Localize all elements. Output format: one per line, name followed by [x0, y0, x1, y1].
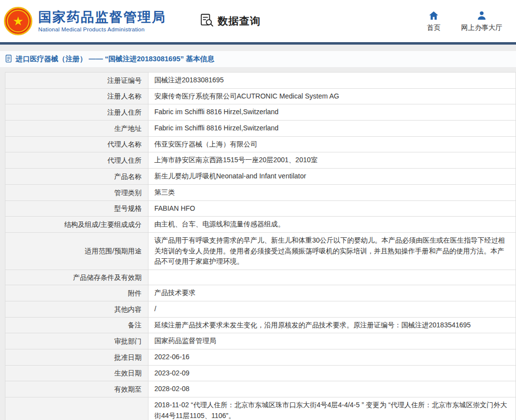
org-name-en: National Medical Products Administration: [38, 26, 166, 32]
row-label: 审批部门: [5, 333, 148, 349]
row-value: Fabric im Schiffli 8816 Hirzel,Switzerla…: [148, 121, 516, 137]
row-value: 新生儿婴幼儿呼吸机Neonatal-and Infant ventilator: [148, 169, 516, 185]
row-label: 生效日期: [5, 365, 148, 381]
row-value: FABIAN HFO: [148, 200, 516, 217]
nav-service-hall[interactable]: 网上办事大厅: [461, 10, 502, 32]
row-label: 注册人名称: [5, 88, 148, 104]
table-row: 备注延续注册产品技术要求未发生变化，沿用原核发的产品技术要求。原注册证编号：国械…: [5, 317, 516, 333]
row-value: 2023-02-09: [148, 365, 516, 381]
row-value: 上海市静安区南京西路1515号一座20层2001、2010室: [148, 152, 516, 169]
table-row: 附件产品技术要求: [5, 285, 516, 301]
nmpa-emblem-icon: ★: [4, 7, 32, 35]
table-row: 变更情况2018-11-02 “代理人住所：北京市东城区珠市口东大街4号4层4-…: [5, 397, 516, 420]
row-value: 该产品用于有呼吸支持需求的早产儿、新生儿和体重30公斤以下的婴幼儿。本产品必须由…: [148, 232, 516, 270]
table-row: 适用范围/预期用途该产品用于有呼吸支持需求的早产儿、新生儿和体重30公斤以下的婴…: [5, 232, 516, 270]
table-row: 注册人名称安康传奇医疗系统有限公司ACUTRONIC Medical Syste…: [5, 88, 516, 104]
table-row: 生产地址Fabric im Schiffli 8816 Hirzel,Switz…: [5, 121, 516, 137]
row-value: 由主机、台车、电源线和流量传感器组成。: [148, 217, 516, 233]
data-query-label: 数据查询: [218, 14, 261, 28]
table-row: 结构及组成/主要组成成分由主机、台车、电源线和流量传感器组成。: [5, 217, 516, 233]
row-label: 代理人住所: [5, 152, 148, 169]
row-label: 有效期至: [5, 381, 148, 397]
row-value: Fabric im Schiffli 8816 Hirzel,Switzerla…: [148, 104, 516, 121]
table-row: 代理人住所上海市静安区南京西路1515号一座20层2001、2010室: [5, 152, 516, 169]
person-icon: [476, 10, 487, 21]
row-value: [148, 270, 516, 285]
org-names: 国家药品监督管理局 National Medical Products Admi…: [38, 10, 166, 32]
row-label: 变更情况: [5, 397, 148, 420]
table-row: 管理类别第三类: [5, 184, 516, 200]
home-icon: [428, 10, 439, 21]
table-row: 审批部门国家药品监督管理局: [5, 333, 516, 349]
header-nav: 首页 网上办事大厅: [427, 10, 502, 32]
document-icon: [5, 54, 12, 64]
row-value: 2018-11-02 “代理人住所：北京市东城区珠市口东大街4号4层4-4/4-…: [148, 397, 516, 420]
table-row: 有效期至2028-02-08: [5, 381, 516, 397]
breadcrumb-text: 进口医疗器械（注册） —— “国械注进20183081695” 基本信息: [16, 54, 214, 64]
site-header: ★ 国家药品监督管理局 National Medical Products Ad…: [0, 0, 516, 42]
row-value: 2022-06-16: [148, 349, 516, 365]
row-label: 附件: [5, 285, 148, 301]
org-name-cn: 国家药品监督管理局: [38, 10, 166, 25]
row-label: 代理人名称: [5, 136, 148, 152]
row-label: 适用范围/预期用途: [5, 232, 148, 270]
registration-info-table-wrap: 注册证编号国械注进20183081695注册人名称安康传奇医疗系统有限公司ACU…: [5, 72, 516, 420]
row-value: 伟亚安医疗器械（上海）有限公司: [148, 136, 516, 152]
table-row: 注册证编号国械注进20183081695: [5, 73, 516, 89]
table-row: 产品名称新生儿婴幼儿呼吸机Neonatal-and Infant ventila…: [5, 169, 516, 185]
row-label: 产品名称: [5, 169, 148, 185]
data-query-title: 数据查询: [199, 13, 261, 30]
row-label: 型号规格: [5, 200, 148, 217]
row-value: 延续注册产品技术要求未发生变化，沿用原核发的产品技术要求。原注册证编号：国械注进…: [148, 317, 516, 333]
data-query-icon: [199, 13, 214, 30]
row-value: 国械注进20183081695: [148, 73, 516, 89]
row-value: 2028-02-08: [148, 381, 516, 397]
row-value: /: [148, 301, 516, 317]
registration-info-table: 注册证编号国械注进20183081695注册人名称安康传奇医疗系统有限公司ACU…: [5, 72, 516, 420]
breadcrumb: 进口医疗器械（注册） —— “国械注进20183081695” 基本信息: [0, 51, 516, 67]
table-row: 型号规格FABIAN HFO: [5, 200, 516, 217]
table-row: 注册人住所Fabric im Schiffli 8816 Hirzel,Swit…: [5, 104, 516, 121]
row-value: 第三类: [148, 184, 516, 200]
row-value: 产品技术要求: [148, 285, 516, 301]
row-label: 注册证编号: [5, 73, 148, 89]
row-label: 生产地址: [5, 121, 148, 137]
row-label: 管理类别: [5, 184, 148, 200]
nav-home[interactable]: 首页: [427, 10, 441, 32]
row-label: 备注: [5, 317, 148, 333]
table-row: 批准日期2022-06-16: [5, 349, 516, 365]
row-label: 注册人住所: [5, 104, 148, 121]
table-row: 代理人名称伟亚安医疗器械（上海）有限公司: [5, 136, 516, 152]
row-label: 批准日期: [5, 349, 148, 365]
row-label: 其他内容: [5, 301, 148, 317]
row-value: 安康传奇医疗系统有限公司ACUTRONIC Medical System AG: [148, 88, 516, 104]
row-label: 结构及组成/主要组成成分: [5, 217, 148, 233]
table-row: 生效日期2023-02-09: [5, 365, 516, 381]
nav-service-hall-label: 网上办事大厅: [461, 24, 502, 32]
table-row: 其他内容/: [5, 301, 516, 317]
info-table-body: 注册证编号国械注进20183081695注册人名称安康传奇医疗系统有限公司ACU…: [5, 73, 516, 420]
header-divider-bar: [0, 42, 516, 45]
row-value: 国家药品监督管理局: [148, 333, 516, 349]
nav-home-label: 首页: [427, 24, 441, 32]
row-label: 产品储存条件及有效期: [5, 270, 148, 285]
table-row: 产品储存条件及有效期: [5, 270, 516, 285]
